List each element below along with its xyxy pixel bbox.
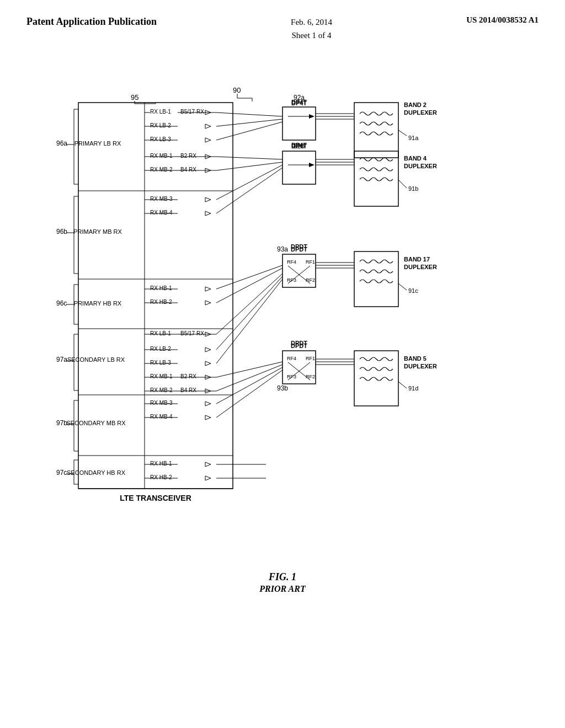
svg-text:RF4: RF4 (287, 356, 296, 361)
svg-text:91a: 91a (408, 135, 419, 141)
svg-marker-119 (205, 476, 211, 480)
svg-marker-116 (205, 402, 211, 406)
svg-text:96b: 96b (56, 228, 67, 235)
svg-text:97c: 97c (56, 469, 67, 477)
svg-text:SECONDARY MB RX: SECONDARY MB RX (66, 420, 126, 426)
svg-text:DP4T: DP4T (291, 100, 307, 106)
svg-rect-120 (282, 107, 316, 140)
svg-text:BAND 5: BAND 5 (404, 355, 427, 362)
svg-marker-109 (205, 287, 211, 291)
svg-line-163 (216, 370, 282, 417)
svg-text:RX MB-3: RX MB-3 (150, 196, 173, 202)
svg-text:91c: 91c (408, 287, 418, 294)
svg-text:PRIMARY HB RX: PRIMARY HB RX (74, 300, 122, 307)
publication-date: Feb. 6, 2014 (291, 15, 332, 29)
svg-line-180 (398, 130, 407, 136)
svg-text:93a: 93a (277, 245, 288, 253)
svg-text:DUPLEXER: DUPLEXER (404, 363, 437, 370)
svg-text:BAND 2: BAND 2 (404, 101, 427, 108)
svg-text:RF1: RF1 (306, 259, 315, 265)
svg-text:BAND 17: BAND 17 (404, 256, 430, 263)
svg-text:93b: 93b (277, 384, 288, 392)
svg-text:B2 RX: B2 RX (180, 373, 196, 379)
svg-text:97a: 97a (56, 356, 67, 363)
svg-marker-103 (205, 124, 211, 129)
svg-line-153 (216, 165, 282, 200)
svg-line-195 (398, 382, 407, 388)
svg-text:RX LB-3: RX LB-3 (150, 136, 171, 142)
svg-text:RX HB-2: RX HB-2 (150, 474, 172, 480)
svg-text:RX MB-1: RX MB-1 (150, 153, 173, 159)
circuit-diagram: LTE TRANSCEIVER 95 90 96a (45, 69, 520, 566)
svg-rect-0 (78, 103, 233, 489)
svg-marker-118 (205, 462, 211, 467)
svg-text:DUPLEXER: DUPLEXER (404, 163, 437, 169)
svg-text:RF4: RF4 (287, 259, 296, 265)
page-header: Patent Application Publication Feb. 6, 2… (0, 0, 565, 47)
svg-text:90: 90 (233, 86, 241, 94)
svg-line-149 (216, 119, 282, 126)
svg-marker-117 (205, 415, 211, 420)
svg-line-159 (216, 279, 282, 363)
svg-text:DP4T: DP4T (291, 143, 307, 149)
svg-text:B5/17 RX: B5/17 RX (180, 330, 204, 336)
svg-marker-110 (205, 301, 211, 305)
svg-text:B5/17 RX: B5/17 RX (180, 109, 204, 115)
svg-marker-113 (205, 361, 211, 366)
svg-text:RX LB-2: RX LB-2 (150, 122, 171, 129)
svg-line-162 (216, 367, 282, 404)
svg-text:95: 95 (131, 93, 138, 101)
svg-text:B4 RX: B4 RX (180, 167, 196, 173)
svg-line-160 (216, 362, 282, 377)
diagram-area: LTE TRANSCEIVER 95 90 96a (45, 69, 520, 566)
svg-text:RX MB-2: RX MB-2 (150, 167, 173, 173)
svg-text:RX LB-3: RX LB-3 (150, 360, 171, 366)
svg-text:RX MB-4: RX MB-4 (150, 210, 173, 216)
header-center: Feb. 6, 2014 Sheet 1 of 4 (291, 15, 332, 42)
svg-text:RF2: RF2 (306, 374, 315, 379)
svg-marker-129 (309, 163, 315, 167)
svg-text:RX MB-2: RX MB-2 (150, 387, 173, 393)
svg-line-148 (216, 113, 282, 116)
svg-text:DUPLEXER: DUPLEXER (404, 264, 437, 270)
svg-text:91b: 91b (408, 185, 418, 192)
svg-text:96a: 96a (56, 140, 67, 147)
sheet-info: Sheet 1 of 4 (291, 29, 332, 42)
svg-text:96c: 96c (56, 299, 67, 307)
svg-line-152 (216, 162, 282, 170)
svg-text:RX HB-1: RX HB-1 (150, 285, 172, 291)
svg-text:RX LB-2: RX LB-2 (150, 346, 171, 352)
svg-text:RX MB-4: RX MB-4 (150, 414, 173, 420)
svg-rect-186 (354, 251, 398, 307)
svg-line-158 (216, 276, 282, 350)
svg-text:RX HB-1: RX HB-1 (150, 461, 172, 467)
svg-line-185 (398, 180, 407, 188)
svg-text:RX MB-1: RX MB-1 (150, 373, 173, 379)
svg-marker-107 (205, 197, 211, 202)
patent-number: US 2014/0038532 A1 (466, 15, 539, 25)
figure-label: FIG. 1 (0, 571, 565, 583)
svg-text:B2 RX: B2 RX (180, 153, 196, 159)
svg-marker-108 (205, 211, 211, 216)
svg-text:RF2: RF2 (306, 277, 315, 283)
svg-text:SECONDARY HB RX: SECONDARY HB RX (67, 469, 126, 476)
svg-line-161 (216, 365, 282, 391)
svg-text:B4 RX: B4 RX (180, 387, 196, 393)
svg-text:SECONDARY LB RX: SECONDARY LB RX (67, 356, 125, 363)
svg-text:91d: 91d (408, 385, 418, 392)
svg-line-151 (216, 157, 282, 159)
svg-rect-176 (354, 103, 398, 158)
svg-text:RX HB-2: RX HB-2 (150, 299, 172, 305)
svg-text:DPDT: DPDT (291, 243, 307, 250)
svg-text:RX LB-1: RX LB-1 (150, 330, 171, 336)
svg-marker-112 (205, 347, 211, 352)
svg-text:RF1: RF1 (306, 356, 315, 361)
svg-text:DPDT: DPDT (291, 340, 307, 346)
svg-text:BAND 4: BAND 4 (404, 155, 427, 162)
svg-text:DUPLEXER: DUPLEXER (404, 109, 437, 116)
svg-marker-124 (309, 114, 315, 119)
publication-title: Patent Application Publication (26, 15, 157, 28)
svg-text:97b: 97b (56, 419, 67, 427)
svg-line-150 (216, 122, 282, 140)
svg-text:RX LB-1: RX LB-1 (150, 109, 171, 115)
